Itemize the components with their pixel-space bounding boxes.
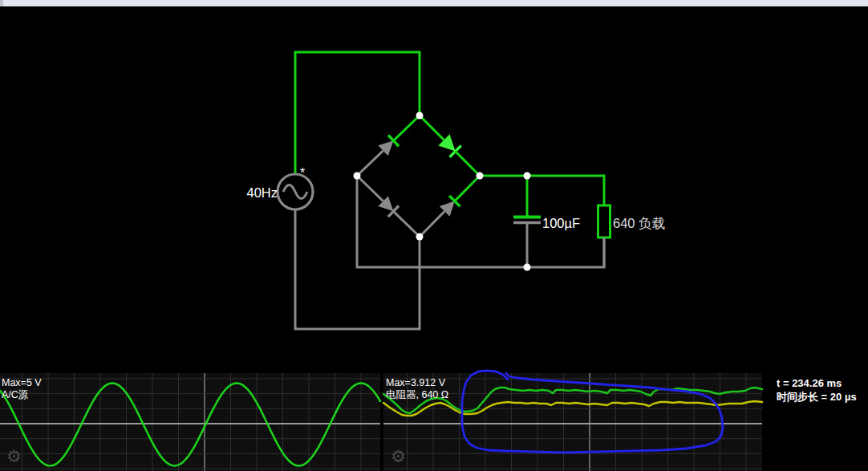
circuit-canvas[interactable]: 40Hz * [0,0,868,373]
load-resistor[interactable] [598,205,610,267]
scope-right-max-label: Max=3.912 V [386,377,448,389]
node-dots [354,112,531,271]
wire-output-rail[interactable] [480,176,604,205]
ac-source[interactable] [278,174,313,209]
scope-right-settings-gear-icon[interactable]: ⚙ [391,447,406,466]
diode-left-top[interactable] [357,116,420,176]
ac-source-label: 40Hz [246,185,278,200]
diode-left-bottom[interactable] [357,176,420,237]
sim-timestep-readout: 时间步长 = 20 µs [777,391,857,404]
scope-ac-source[interactable] [0,373,380,471]
simulation-info: t = 234.26 ms 时间步长 = 20 µs [777,377,857,404]
diode-bottom-right[interactable] [420,176,480,237]
scope-left-name-label: A/C源 [2,389,42,401]
scope-left-max-label: Max=5 V [2,377,42,389]
app-window: 40Hz * [0,0,868,471]
load-label: 640 负载 [613,216,665,230]
capacitor[interactable] [513,176,541,267]
ac-source-marker: * [300,166,305,180]
capacitor-label: 100µF [542,216,580,230]
scope-left-settings-gear-icon[interactable]: ⚙ [6,447,22,466]
sim-time-readout: t = 234.26 ms [777,377,857,391]
scope-left-labels: Max=5 V A/C源 [2,377,42,401]
scope-right-name-label: 电阻器, 640 Ω [386,389,448,401]
diode-top-right[interactable] [420,116,480,176]
scope-right-labels: Max=3.912 V 电阻器, 640 Ω [386,377,448,401]
wire-ac-to-bridge-top[interactable] [295,52,420,175]
